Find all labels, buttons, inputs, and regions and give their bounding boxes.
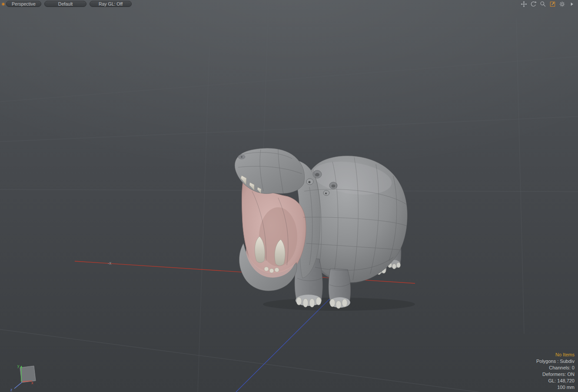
x-axis-line bbox=[75, 261, 415, 283]
view-mode-dropdown[interactable]: Perspective bbox=[6, 1, 41, 7]
z-axis-line bbox=[236, 249, 380, 392]
zoom-icon bbox=[540, 1, 546, 7]
hippo-hind-leg-left bbox=[370, 235, 388, 273]
hippo-mouth-interior bbox=[242, 179, 306, 282]
viewport-3d[interactable]: Perspective Default Ray GL: Off bbox=[0, 0, 578, 392]
hippo-front-toes-right bbox=[330, 299, 347, 309]
hippo-front-toes-left bbox=[296, 297, 321, 307]
shading-mode-dropdown[interactable]: Default bbox=[44, 1, 86, 7]
selection-status: No Items bbox=[536, 352, 575, 358]
negative-x-axis-label: -x bbox=[108, 261, 111, 266]
pan-icon bbox=[521, 1, 527, 7]
hippo-upper-teeth bbox=[241, 176, 261, 193]
hippo-belly-shadow bbox=[303, 217, 372, 284]
hippo-nostril-hole bbox=[241, 156, 242, 158]
hippo-cheek bbox=[290, 160, 320, 278]
hippo-lower-lip-inner bbox=[246, 248, 295, 278]
hippo-body bbox=[302, 156, 408, 283]
model-ground-shadow bbox=[263, 298, 415, 311]
hippo-front-leg-left bbox=[295, 257, 322, 305]
hippo-hind-leg-right bbox=[387, 237, 401, 268]
hippo-snout bbox=[235, 148, 304, 194]
viewport-active-dot[interactable] bbox=[2, 3, 4, 5]
gizmo-y-label: y bbox=[17, 364, 20, 368]
hippo-tusks bbox=[255, 236, 285, 266]
viewport-header: Perspective Default Ray GL: Off bbox=[6, 1, 132, 7]
gl-count-status: GL: 148,720 bbox=[536, 378, 575, 384]
gizmo-z-axis bbox=[14, 382, 22, 389]
hippo-front-leg-right bbox=[329, 269, 350, 306]
axis-gizmo[interactable]: y x z bbox=[9, 362, 40, 392]
polygon-mode-status: Polygons : Subdiv bbox=[536, 358, 575, 365]
rotate-tool-button[interactable] bbox=[529, 1, 538, 7]
hippo-front-foot-left bbox=[296, 295, 322, 306]
status-readout: No Items Polygons : Subdiv Channels: 0 D… bbox=[536, 352, 575, 391]
viewport-settings-button[interactable] bbox=[558, 1, 566, 7]
deformers-status: Deformers: ON bbox=[536, 371, 575, 378]
viewport-menu-button[interactable] bbox=[568, 1, 576, 7]
gizmo-z-label: z bbox=[10, 388, 13, 392]
hippo-wireframe bbox=[238, 149, 407, 286]
fit-view-icon bbox=[549, 1, 556, 7]
gizmo-x-label: x bbox=[31, 381, 33, 385]
hippo-tongue bbox=[259, 207, 297, 266]
ground-grid bbox=[0, 0, 578, 392]
channels-status: Channels: 0 bbox=[536, 365, 575, 371]
raygl-dropdown[interactable]: Ray GL: Off bbox=[90, 1, 132, 7]
hippo-hind-toes-right bbox=[388, 262, 401, 269]
hippo-lower-jaw bbox=[239, 243, 297, 291]
grid-size-status: 100 mm bbox=[536, 384, 575, 391]
rotate-icon bbox=[530, 1, 537, 7]
hippo-model[interactable] bbox=[235, 148, 415, 311]
hippo-hind-foot-left bbox=[372, 265, 386, 273]
hippo-eyes bbox=[306, 179, 329, 196]
workplane-quad bbox=[20, 366, 36, 382]
gizmo-y-arrow bbox=[20, 365, 23, 368]
hippo-ears bbox=[313, 170, 337, 189]
hippo-front-foot-right bbox=[329, 297, 350, 308]
more-arrow-icon bbox=[570, 1, 574, 7]
settings-gear-icon bbox=[559, 1, 565, 7]
hippo-lower-teeth bbox=[264, 267, 279, 273]
scene-canvas bbox=[0, 0, 578, 392]
hippo-back-highlight bbox=[310, 157, 394, 199]
pan-tool-button[interactable] bbox=[520, 1, 528, 7]
fit-view-button[interactable] bbox=[548, 1, 557, 7]
zoom-tool-button[interactable] bbox=[539, 1, 547, 7]
hippo-hind-toes-left bbox=[372, 267, 386, 275]
viewport-toolbar bbox=[520, 1, 576, 7]
hippo-hind-foot-right bbox=[388, 260, 400, 268]
hippo-nostril bbox=[238, 155, 245, 159]
